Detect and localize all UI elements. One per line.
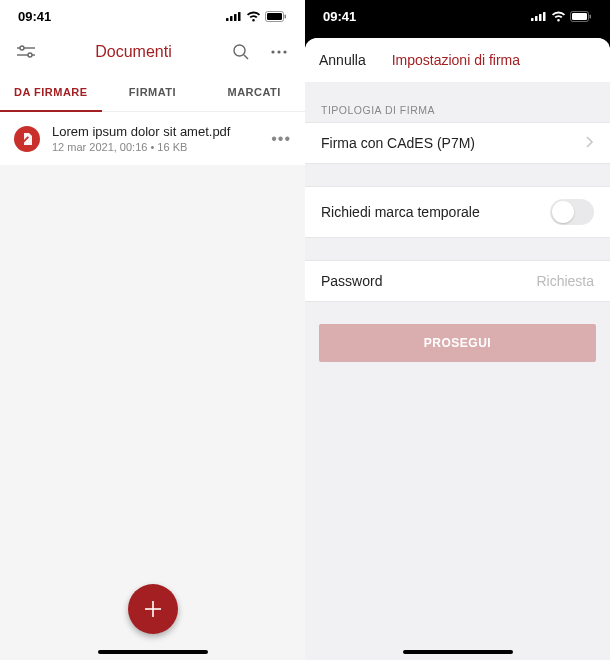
password-label: Password bbox=[321, 273, 536, 289]
svg-point-11 bbox=[234, 45, 245, 56]
cellular-icon bbox=[531, 11, 547, 21]
svg-rect-21 bbox=[543, 12, 546, 21]
svg-rect-2 bbox=[234, 14, 237, 21]
battery-icon bbox=[265, 11, 287, 22]
tab-marked[interactable]: MARCATI bbox=[203, 72, 305, 111]
home-indicator bbox=[403, 650, 513, 654]
document-more-button[interactable]: ••• bbox=[271, 130, 291, 148]
search-icon bbox=[232, 43, 250, 61]
sheet-title: Impostazioni di firma bbox=[316, 52, 596, 68]
more-button[interactable] bbox=[267, 40, 291, 64]
status-icons bbox=[531, 11, 592, 22]
svg-rect-23 bbox=[572, 13, 587, 20]
search-button[interactable] bbox=[229, 40, 253, 64]
svg-rect-3 bbox=[238, 12, 241, 21]
status-icons bbox=[226, 11, 287, 22]
status-time: 09:41 bbox=[323, 9, 356, 24]
more-horizontal-icon bbox=[271, 50, 287, 54]
svg-point-14 bbox=[277, 50, 280, 53]
documents-screen: 09:41 Documenti DA FIRMARE FIRMATI MARCA… bbox=[0, 0, 305, 660]
cellular-icon bbox=[226, 11, 242, 21]
timestamp-toggle[interactable] bbox=[550, 199, 594, 225]
document-row[interactable]: Lorem ipsum dolor sit amet.pdf 12 mar 20… bbox=[0, 112, 305, 165]
section-header-signature-type: TIPOLOGIA DI FIRMA bbox=[305, 82, 610, 122]
pdf-icon bbox=[14, 126, 40, 152]
svg-rect-6 bbox=[285, 14, 287, 18]
svg-rect-0 bbox=[226, 18, 229, 21]
svg-rect-1 bbox=[230, 16, 233, 21]
svg-rect-5 bbox=[267, 13, 282, 20]
settings-sheet: Annulla Impostazioni di firma TIPOLOGIA … bbox=[305, 38, 610, 660]
timestamp-row: Richiedi marca temporale bbox=[305, 186, 610, 238]
wifi-icon bbox=[551, 11, 566, 22]
plus-icon bbox=[142, 598, 164, 620]
svg-rect-18 bbox=[531, 18, 534, 21]
battery-icon bbox=[570, 11, 592, 22]
svg-rect-24 bbox=[590, 14, 592, 18]
document-meta: 12 mar 2021, 00:16 • 16 KB bbox=[52, 141, 259, 153]
status-bar: 09:41 bbox=[0, 0, 305, 32]
svg-point-10 bbox=[28, 53, 32, 57]
svg-line-12 bbox=[244, 55, 248, 59]
page-title: Documenti bbox=[52, 43, 215, 61]
top-bar: Documenti bbox=[0, 32, 305, 72]
signature-settings-screen: 09:41 Annulla Impostazioni di firma TIPO… bbox=[305, 0, 610, 660]
chevron-right-icon bbox=[586, 135, 594, 151]
sheet-header: Annulla Impostazioni di firma bbox=[305, 38, 610, 82]
proceed-button[interactable]: PROSEGUI bbox=[319, 324, 596, 362]
svg-point-13 bbox=[271, 50, 274, 53]
timestamp-label: Richiedi marca temporale bbox=[321, 204, 550, 220]
add-button[interactable] bbox=[128, 584, 178, 634]
document-name: Lorem ipsum dolor sit amet.pdf bbox=[52, 124, 259, 139]
sliders-icon bbox=[17, 45, 35, 59]
document-text: Lorem ipsum dolor sit amet.pdf 12 mar 20… bbox=[52, 124, 259, 153]
password-row[interactable]: Password Richiesta bbox=[305, 260, 610, 302]
tabs: DA FIRMARE FIRMATI MARCATI bbox=[0, 72, 305, 112]
svg-rect-20 bbox=[539, 14, 542, 21]
svg-point-15 bbox=[283, 50, 286, 53]
home-indicator bbox=[98, 650, 208, 654]
tab-to-sign[interactable]: DA FIRMARE bbox=[0, 72, 102, 111]
status-time: 09:41 bbox=[18, 9, 51, 24]
password-placeholder: Richiesta bbox=[536, 273, 594, 289]
signature-type-row[interactable]: Firma con CAdES (P7M) bbox=[305, 122, 610, 164]
tab-signed[interactable]: FIRMATI bbox=[102, 72, 204, 111]
signature-type-label: Firma con CAdES (P7M) bbox=[321, 135, 580, 151]
svg-point-8 bbox=[20, 46, 24, 50]
filter-button[interactable] bbox=[14, 40, 38, 64]
status-bar: 09:41 bbox=[305, 0, 610, 32]
wifi-icon bbox=[246, 11, 261, 22]
svg-rect-19 bbox=[535, 16, 538, 21]
